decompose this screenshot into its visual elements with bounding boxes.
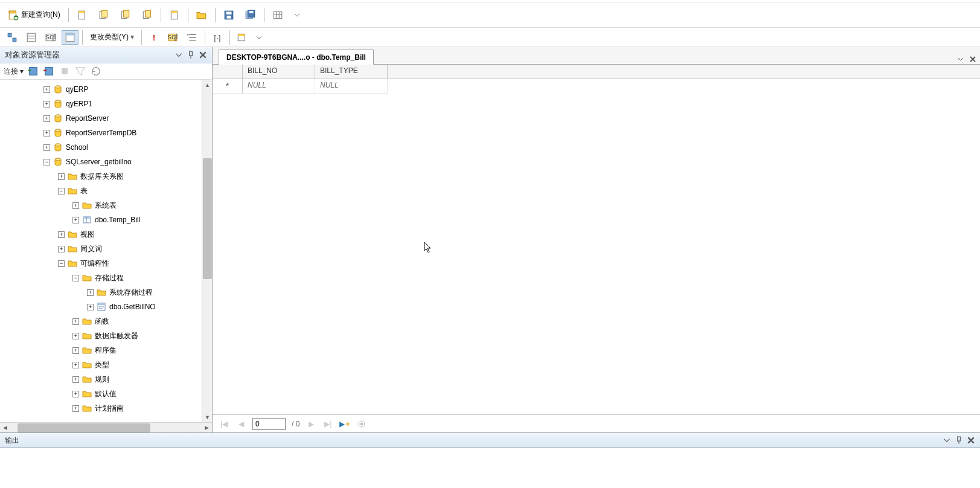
- tree-expander[interactable]: +: [72, 347, 79, 354]
- scroll-right-arrow[interactable]: ▶: [202, 423, 212, 433]
- toolbar-btn-2[interactable]: [94, 7, 114, 24]
- tree-expander[interactable]: +: [72, 391, 79, 397]
- new-query-button[interactable]: + 新建查询(N): [4, 7, 65, 24]
- tree-view[interactable]: +qyERP+qyERP1+ReportServer+ReportServerT…: [0, 80, 202, 422]
- scroll-thumb[interactable]: [18, 423, 150, 432]
- pin-icon[interactable]: [955, 436, 963, 445]
- tree-expander[interactable]: −: [72, 275, 79, 281]
- tb2-btn-8[interactable]: [·]: [209, 30, 226, 45]
- close-icon[interactable]: [967, 436, 975, 445]
- toolbar-btn-6[interactable]: [268, 7, 287, 24]
- tree-node[interactable]: +qyERP: [0, 82, 202, 97]
- tree-expander[interactable]: +: [43, 130, 50, 136]
- tree-node[interactable]: +程序集: [0, 343, 202, 358]
- tree-node[interactable]: +dbo.Temp_Bill: [0, 213, 202, 227]
- tree-expander[interactable]: +: [72, 362, 79, 368]
- tree-expander[interactable]: +: [43, 101, 50, 108]
- scroll-up-arrow[interactable]: ▲: [202, 80, 212, 90]
- tree-expander[interactable]: +: [72, 376, 79, 383]
- tb2-dropdown[interactable]: [253, 30, 265, 45]
- tree-expander[interactable]: +: [87, 304, 94, 310]
- tree-node[interactable]: −可编程性: [0, 256, 202, 271]
- grid-body[interactable]: * NULL NULL: [213, 79, 980, 414]
- cell-null[interactable]: NULL: [243, 79, 315, 94]
- tb2-btn-1[interactable]: [4, 30, 21, 45]
- tree-node[interactable]: +系统表: [0, 198, 202, 213]
- tree-expander[interactable]: −: [58, 260, 65, 267]
- tree-node[interactable]: +ReportServer: [0, 111, 202, 126]
- toolbar-btn-3[interactable]: [116, 7, 135, 24]
- tree-node[interactable]: −SQLserver_getbillno: [0, 155, 202, 169]
- column-header[interactable]: BILL_TYPE: [315, 65, 388, 79]
- tree-expander[interactable]: −: [58, 188, 65, 194]
- disconnect-icon[interactable]: [43, 65, 55, 77]
- tb2-btn-3[interactable]: sql: [42, 30, 59, 45]
- tree-node[interactable]: +dbo.GetBillNO: [0, 300, 202, 314]
- scroll-left-arrow[interactable]: ◀: [0, 423, 10, 433]
- tree-node[interactable]: +函数: [0, 314, 202, 329]
- tree-node[interactable]: +计划指南: [0, 401, 202, 416]
- toolbar-dropdown[interactable]: [290, 7, 304, 24]
- scroll-thumb[interactable]: [203, 158, 212, 279]
- tb2-btn-7[interactable]: [184, 30, 201, 45]
- tab-active[interactable]: DESKTOP-9T6BGNA....o - dbo.Temp_Bill: [219, 50, 374, 65]
- tree-expander[interactable]: +: [58, 246, 65, 252]
- tree-expander[interactable]: +: [72, 318, 79, 325]
- tree-node[interactable]: +数据库关系图: [0, 169, 202, 184]
- tree-expander[interactable]: +: [58, 231, 65, 238]
- toolbar-btn-4[interactable]: [138, 7, 157, 24]
- execute-button[interactable]: !: [146, 30, 162, 45]
- tree-expander[interactable]: +: [72, 333, 79, 339]
- tree-scrollbar-horizontal[interactable]: ◀ ▶: [0, 422, 212, 432]
- dropdown-icon[interactable]: [943, 436, 951, 445]
- dropdown-icon[interactable]: [957, 56, 964, 63]
- close-icon[interactable]: [199, 51, 207, 59]
- tb2-btn-4-active[interactable]: [62, 30, 78, 45]
- tree-expander[interactable]: +: [72, 405, 79, 412]
- tree-node[interactable]: +规则: [0, 372, 202, 387]
- tree-expander[interactable]: +: [72, 202, 79, 209]
- save-all-button[interactable]: [241, 7, 260, 24]
- tree-node[interactable]: +系统存储过程: [0, 285, 202, 300]
- nav-new-button[interactable]: ▶∗: [339, 419, 350, 429]
- connect-dropdown[interactable]: 连接 ▾: [4, 66, 24, 77]
- save-button[interactable]: [219, 7, 239, 24]
- tree-node[interactable]: +ReportServerTempDB: [0, 126, 202, 140]
- scroll-down-arrow[interactable]: ▼: [202, 412, 212, 422]
- tree-expander[interactable]: +: [43, 144, 50, 151]
- cell-null[interactable]: NULL: [315, 79, 388, 94]
- tree-node[interactable]: −表: [0, 184, 202, 198]
- toolbar-btn-5[interactable]: [165, 7, 184, 24]
- tree-node[interactable]: +视图: [0, 227, 202, 242]
- tree-node[interactable]: +数据库触发器: [0, 329, 202, 343]
- add-table-button[interactable]: [234, 30, 251, 45]
- tb2-btn-2[interactable]: [23, 30, 40, 45]
- tree-expander[interactable]: +: [58, 173, 65, 180]
- filter-icon[interactable]: [74, 65, 86, 77]
- tree-node[interactable]: +同义词: [0, 242, 202, 256]
- open-button[interactable]: [192, 7, 211, 24]
- grid-new-row[interactable]: * NULL NULL: [213, 79, 980, 94]
- verify-sql-button[interactable]: sql: [165, 30, 182, 45]
- tree-node[interactable]: +类型: [0, 358, 202, 372]
- row-header-corner[interactable]: [213, 65, 243, 79]
- tree-node[interactable]: +qyERP1: [0, 97, 202, 111]
- tree-expander[interactable]: +: [72, 217, 79, 223]
- tree-node[interactable]: +School: [0, 140, 202, 155]
- connect-icon[interactable]: [27, 65, 39, 77]
- tree-scrollbar-vertical[interactable]: ▲ ▼: [202, 80, 212, 422]
- dropdown-icon[interactable]: [175, 51, 183, 59]
- tree-node[interactable]: +默认值: [0, 387, 202, 401]
- refresh-icon[interactable]: [90, 65, 102, 77]
- tree-expander[interactable]: +: [43, 86, 50, 93]
- nav-position-input[interactable]: [252, 418, 286, 430]
- close-tab-icon[interactable]: [969, 56, 976, 63]
- output-panel-body[interactable]: [0, 448, 980, 472]
- tree-expander[interactable]: +: [87, 289, 94, 296]
- change-type-dropdown[interactable]: 更改类型(Y) ▾: [86, 31, 138, 43]
- tree-expander[interactable]: +: [43, 115, 50, 122]
- pin-icon[interactable]: [187, 51, 195, 59]
- toolbar-btn-1[interactable]: [72, 7, 92, 24]
- tree-expander[interactable]: −: [43, 159, 50, 165]
- column-header[interactable]: BILL_NO: [243, 65, 315, 79]
